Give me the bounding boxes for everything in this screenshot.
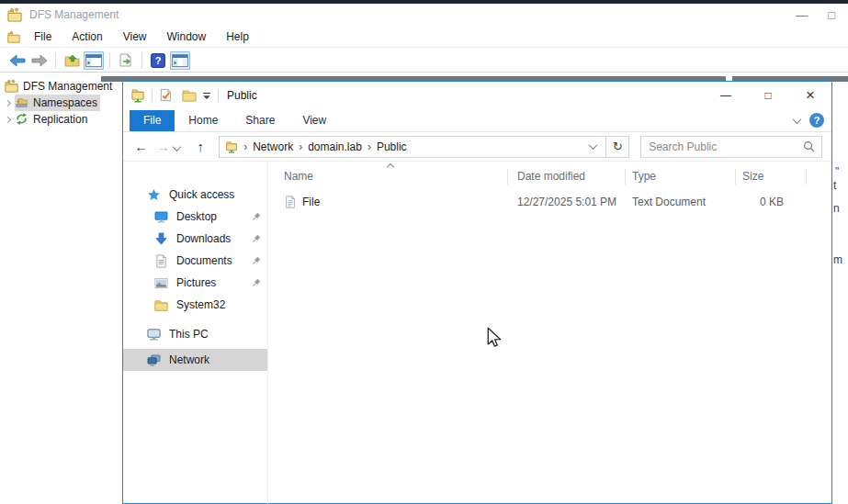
column-header-date-modified[interactable]: Date modified — [508, 169, 626, 185]
network-icon — [147, 353, 161, 367]
nav-item-label: Downloads — [176, 232, 231, 245]
mmc-show-console-tree-button[interactable] — [84, 51, 104, 70]
pin-icon — [252, 278, 261, 287]
explorer-nav-pane: Quick access Desktop Downloads — [123, 162, 268, 504]
mmc-window-controls: — □ — [796, 4, 835, 26]
tree-item-label: Replication — [33, 113, 87, 126]
quick-access-star-icon — [147, 188, 161, 202]
nav-item-label: Documents — [176, 254, 232, 267]
tree-item-namespaces[interactable]: Namespaces — [0, 95, 119, 111]
tab-home[interactable]: Home — [175, 110, 232, 131]
mmc-menubar: File Action View Window Help — [0, 26, 848, 48]
address-box[interactable]: › Network › domain.lab › Public ↻ — [219, 136, 629, 158]
mmc-maximize-button[interactable]: □ — [828, 8, 835, 22]
crumb-separator: › — [367, 140, 371, 153]
tree-selection: Namespaces — [15, 95, 100, 111]
search-icon[interactable] — [803, 140, 815, 152]
mmc-show-action-pane-button[interactable] — [170, 51, 190, 70]
explorer-titlebar: Public — □ × — [123, 82, 831, 109]
documents-icon — [154, 254, 168, 268]
crumb-public[interactable]: Public — [377, 140, 407, 153]
svg-text:?: ? — [155, 55, 162, 66]
nav-item-network[interactable]: Network — [123, 349, 267, 371]
toolbar-separator — [109, 52, 110, 68]
mmc-export-list-button[interactable] — [116, 51, 136, 70]
nav-up-button[interactable]: ↑ — [189, 139, 211, 154]
search-box — [640, 136, 822, 158]
occluded-text-fragment: " — [835, 165, 839, 178]
nav-item-pictures[interactable]: Pictures — [123, 272, 267, 294]
menu-window[interactable]: Window — [157, 28, 217, 46]
export-list-icon — [119, 53, 134, 67]
folder-icon — [154, 298, 168, 312]
mouse-cursor — [485, 327, 503, 347]
menu-action[interactable]: Action — [62, 28, 112, 46]
tree-item-label: DFS Management — [23, 80, 112, 93]
expand-chevron-icon[interactable] — [5, 116, 11, 122]
crumb-separator: › — [243, 140, 247, 153]
file-row[interactable]: File 12/27/2025 5:01 PM Text Document 0 … — [268, 192, 831, 212]
nav-item-downloads[interactable]: Downloads — [123, 228, 267, 250]
explorer-help-icon[interactable]: ? — [809, 113, 824, 128]
back-arrow-icon — [9, 54, 26, 67]
this-pc-icon — [147, 328, 161, 342]
mmc-forward-button[interactable] — [29, 51, 50, 70]
explorer-file-list: Name Date modified Type Size File 12/27/… — [268, 162, 831, 504]
qat-customize-dropdown[interactable] — [202, 92, 211, 100]
mmc-back-button[interactable] — [7, 51, 28, 70]
nav-forward-button[interactable]: → — [153, 139, 175, 154]
nav-item-system32[interactable]: System32 — [123, 294, 267, 316]
console-tree-icon — [85, 54, 102, 67]
qat-properties-icon[interactable] — [159, 88, 174, 103]
menu-file[interactable]: File — [24, 28, 62, 46]
nav-item-quick-access[interactable]: Quick access — [123, 184, 267, 206]
menu-view[interactable]: View — [113, 28, 157, 46]
file-size: 0 KB — [736, 196, 807, 208]
explorer-minimize-button[interactable]: — — [705, 82, 747, 109]
occluded-text-fragment: m — [833, 253, 842, 266]
nav-item-desktop[interactable]: Desktop — [123, 206, 267, 228]
pin-icon — [252, 256, 261, 265]
qat-new-folder-icon[interactable] — [182, 88, 197, 103]
tab-view[interactable]: View — [288, 110, 340, 131]
tab-file[interactable]: File — [130, 110, 175, 131]
expand-chevron-icon[interactable] — [5, 99, 11, 106]
screen: DFS Management — □ File Action View Wind… — [0, 0, 848, 504]
tab-share[interactable]: Share — [232, 110, 288, 131]
toolbar-separator — [141, 52, 142, 68]
mmc-up-folder-button[interactable] — [62, 51, 82, 70]
toolbar-separator — [55, 52, 56, 68]
explorer-ribbon-tabs: File Home Share View ? — [123, 109, 831, 132]
nav-item-documents[interactable]: Documents — [123, 250, 267, 272]
search-input[interactable] — [641, 140, 803, 153]
breadcrumb: › Network › domain.lab › Public — [220, 140, 590, 153]
occluded-text-fragment: t — [833, 179, 836, 192]
menu-help[interactable]: Help — [216, 28, 259, 46]
tree-item-replication[interactable]: Replication — [0, 111, 119, 128]
ribbon-collapse-chevron-icon[interactable] — [793, 115, 802, 124]
crumb-domain-lab[interactable]: domain.lab — [308, 140, 362, 153]
explorer-maximize-button[interactable]: □ — [747, 82, 789, 109]
mmc-help-button[interactable]: ? — [148, 51, 168, 70]
nav-history-chevron-icon[interactable] — [173, 142, 182, 151]
nav-item-label: System32 — [176, 298, 225, 311]
file-type: Text Document — [626, 196, 736, 208]
address-dropdown-chevron-icon[interactable] — [589, 140, 598, 150]
column-header-size[interactable]: Size — [736, 169, 807, 185]
help-icon: ? — [151, 53, 165, 68]
occluded-text-fragment: n — [833, 202, 840, 215]
up-folder-icon — [64, 53, 80, 67]
nav-back-button[interactable]: ← — [130, 139, 153, 154]
explorer-address-bar: ← → ↑ › Network › domain.lab › Public ↻ — [123, 132, 831, 162]
network-drive-icon — [130, 88, 145, 103]
mmc-console-tree: DFS Management Namespaces Replication — [0, 78, 119, 128]
nav-item-label: Desktop — [176, 210, 217, 223]
refresh-button[interactable]: ↻ — [605, 137, 628, 157]
mmc-minimize-button[interactable]: — — [796, 8, 808, 22]
explorer-close-button[interactable]: × — [789, 82, 831, 109]
column-header-type[interactable]: Type — [626, 169, 736, 185]
pin-icon — [252, 212, 261, 221]
crumb-network[interactable]: Network — [253, 140, 293, 153]
nav-item-this-pc[interactable]: This PC — [123, 323, 267, 345]
column-header-name[interactable]: Name — [268, 169, 508, 185]
